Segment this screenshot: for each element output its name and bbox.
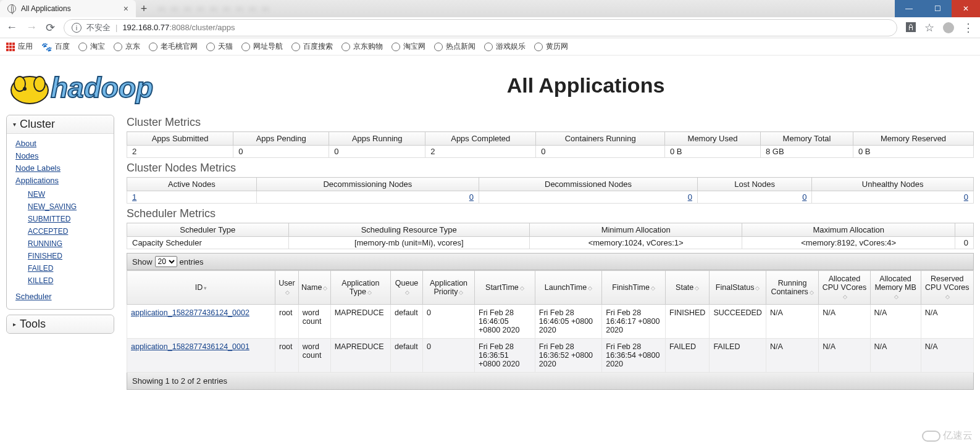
browser-titlebar: All Applications × + ▭▭▭▭▭▭▭▭▭ — ☐ ✕ (0, 0, 980, 17)
bookmark-taobao[interactable]: 淘宝 (78, 41, 105, 52)
watermark: 亿速云 (922, 429, 973, 442)
nav-state-finished[interactable]: FINISHED (28, 250, 105, 262)
reload-button[interactable]: ⟳ (46, 21, 55, 35)
svg-point-3 (23, 87, 27, 91)
sort-icon: ◇ (285, 290, 290, 295)
th-launch[interactable]: LaunchTime◇ (535, 271, 601, 305)
th-id[interactable]: ID▾ (127, 271, 275, 305)
decomd-nodes-link[interactable]: 0 (688, 192, 692, 202)
th-rc[interactable]: Running Containers◇ (766, 271, 818, 305)
nav-state-killed[interactable]: KILLED (28, 275, 105, 287)
triangle-right-icon: ▸ (13, 321, 16, 328)
th-max-alloc[interactable]: Maximum Allocation (742, 223, 955, 237)
url-text: 192.168.0.77:8088/cluster/apps (122, 23, 235, 32)
apps-shortcut[interactable]: 应用 (6, 41, 33, 52)
nav-applications[interactable]: Applications (15, 175, 105, 187)
unhealthy-nodes-link[interactable]: 0 (964, 192, 968, 202)
app-id-link[interactable]: application_1582877436124_0002 (131, 308, 249, 317)
translate-icon[interactable]: 🅰 (906, 22, 916, 33)
th-apps-completed[interactable]: Apps Completed (425, 132, 536, 146)
th-priority[interactable]: Application Priority◇ (422, 271, 474, 305)
globe-icon (434, 43, 443, 51)
th-memory-total[interactable]: Memory Total (760, 132, 853, 146)
address-bar[interactable]: i 不安全 | 192.168.0.77:8088/cluster/apps (64, 19, 897, 36)
tab-title: All Applications (21, 4, 71, 13)
nav-state-running[interactable]: RUNNING (28, 237, 105, 250)
decom-nodes-link[interactable]: 0 (469, 192, 474, 202)
profile-icon[interactable] (943, 22, 954, 33)
th-extra[interactable] (955, 223, 974, 237)
th-start[interactable]: StartTime◇ (475, 271, 535, 305)
th-containers-running[interactable]: Containers Running (536, 132, 665, 146)
th-active-nodes[interactable]: Active Nodes (127, 178, 257, 191)
minimize-button[interactable]: — (895, 0, 923, 17)
nav-state-submitted[interactable]: SUBMITTED (28, 213, 105, 225)
bookmark-nav[interactable]: 网址导航 (241, 41, 283, 52)
nav-tools-header[interactable]: ▸Tools (7, 315, 114, 333)
nav-state-new-saving[interactable]: NEW_SAVING (28, 200, 105, 213)
table-row: Capacity Scheduler [memory-mb (unit=Mi),… (127, 237, 974, 249)
info-icon[interactable]: i (72, 23, 82, 33)
bookmark-game[interactable]: 游戏娱乐 (484, 41, 526, 52)
star-icon[interactable]: ☆ (924, 21, 934, 35)
section-cluster-nodes: Cluster Nodes Metrics (127, 162, 974, 175)
th-apps-submitted[interactable]: Apps Submitted (127, 132, 233, 146)
th-final[interactable]: FinalStatus◇ (710, 271, 766, 305)
nav-state-failed[interactable]: FAILED (28, 262, 105, 275)
bookmark-laomaotao[interactable]: 老毛桃官网 (149, 41, 198, 52)
th-memory-used[interactable]: Memory Used (665, 132, 761, 146)
nodes-metrics-table: Active Nodes Decommissioning Nodes Decom… (127, 177, 974, 204)
bookmark-baidu[interactable]: 🐾百度 (41, 41, 70, 52)
th-finish[interactable]: FinishTime◇ (602, 271, 666, 305)
th-decomd-nodes[interactable]: Decommissioned Nodes (479, 178, 698, 191)
close-window-button[interactable]: ✕ (952, 0, 980, 17)
nav-state-accepted[interactable]: ACCEPTED (28, 225, 105, 237)
nav-scheduler[interactable]: Scheduler (15, 291, 105, 303)
bookmark-huangli[interactable]: 黄历网 (534, 41, 568, 52)
th-sched-res-type[interactable]: Scheduling Resource Type (288, 223, 529, 237)
new-tab-button[interactable]: + (136, 0, 152, 17)
back-button[interactable]: ← (6, 21, 17, 34)
globe-icon (7, 4, 16, 13)
active-nodes-link[interactable]: 1 (132, 192, 136, 202)
app-id-link[interactable]: application_1582877436124_0001 (131, 342, 249, 351)
nav-nodes[interactable]: Nodes (15, 150, 105, 162)
maximize-button[interactable]: ☐ (923, 0, 952, 17)
menu-icon[interactable]: ⋮ (963, 21, 974, 35)
th-memory-reserved[interactable]: Memory Reserved (853, 132, 973, 146)
sort-icon: ◇ (520, 286, 524, 291)
th-decom-nodes[interactable]: Decommissioning Nodes (256, 178, 479, 191)
th-unhealthy-nodes[interactable]: Unhealthy Nodes (812, 178, 974, 191)
th-apps-running[interactable]: Apps Running (329, 132, 425, 146)
th-rcpu[interactable]: Reserved CPU VCores◇ (921, 271, 973, 305)
th-mem[interactable]: Allocated Memory MB◇ (870, 271, 921, 305)
bookmark-bdsearch[interactable]: 百度搜索 (291, 41, 333, 52)
th-state[interactable]: State◇ (666, 271, 710, 305)
th-app-type[interactable]: Application Type◇ (330, 271, 390, 305)
bookmark-tmall[interactable]: 天猫 (206, 41, 233, 52)
bookmark-news[interactable]: 热点新闻 (434, 41, 475, 52)
bookmark-tbnet[interactable]: 淘宝网 (392, 41, 425, 52)
forward-button[interactable]: → (26, 21, 37, 34)
close-tab-icon[interactable]: × (124, 4, 128, 14)
nav-node-labels[interactable]: Node Labels (15, 162, 105, 175)
browser-toolbar: ← → ⟳ i 不安全 | 192.168.0.77:8088/cluster/… (0, 17, 980, 38)
sort-icon: ◇ (651, 286, 655, 291)
nav-state-new[interactable]: NEW (28, 188, 105, 200)
nav-about[interactable]: About (15, 138, 105, 150)
th-min-alloc[interactable]: Minimum Allocation (529, 223, 742, 237)
bookmark-jd[interactable]: 京东 (114, 41, 140, 52)
active-tab[interactable]: All Applications × (0, 0, 136, 17)
th-apps-pending[interactable]: Apps Pending (233, 132, 329, 146)
bookmark-jdshop[interactable]: 京东购物 (341, 41, 383, 52)
th-queue[interactable]: Queue◇ (391, 271, 423, 305)
th-user[interactable]: User◇ (275, 271, 299, 305)
th-cpu[interactable]: Allocated CPU VCores◇ (819, 271, 870, 305)
th-sched-type[interactable]: Scheduler Type (127, 223, 289, 237)
lost-nodes-link[interactable]: 0 (802, 192, 806, 202)
entries-select[interactable]: 20 (155, 256, 177, 267)
th-name[interactable]: Name◇ (298, 271, 330, 305)
nav-cluster-header[interactable]: ▾Cluster (7, 115, 114, 134)
globe-icon (392, 43, 400, 51)
th-lost-nodes[interactable]: Lost Nodes (697, 178, 811, 191)
